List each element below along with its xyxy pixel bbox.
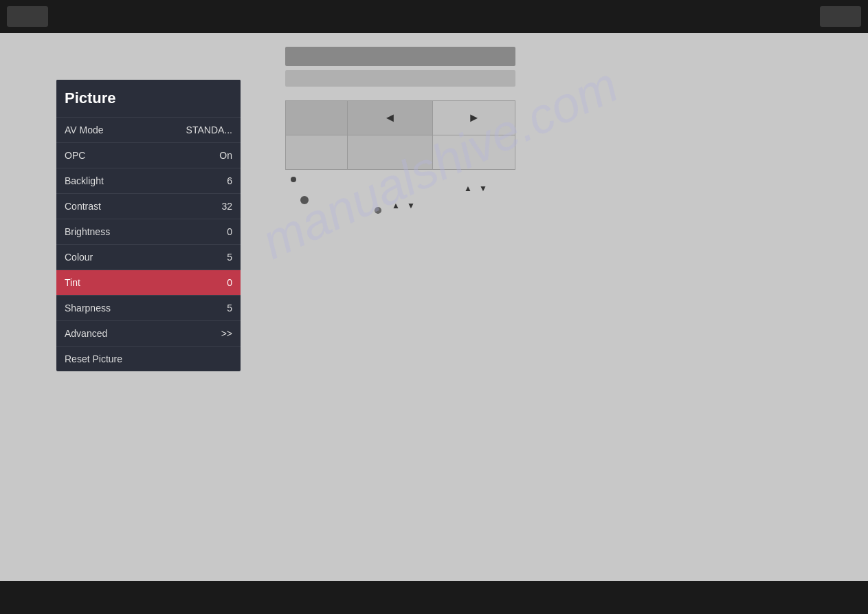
main-content: Picture AV Mode STANDA... OPC On Backlig… — [0, 33, 868, 581]
menu-item-tint[interactable]: Tint 0 — [56, 270, 241, 295]
up-down-arrows-top: ▲ ▼ — [464, 184, 487, 193]
nav-grid: ◄ ► — [285, 100, 515, 170]
menu-item-backlight[interactable]: Backlight 6 — [56, 168, 241, 193]
top-bar-right-button[interactable] — [820, 6, 861, 27]
menu-item-reset-picture[interactable]: Reset Picture — [56, 346, 241, 371]
menu-item-colour[interactable]: Colour 5 — [56, 244, 241, 270]
bottom-bar — [0, 581, 868, 614]
dot-1 — [291, 177, 296, 182]
right-arrow-cell[interactable]: ► — [433, 101, 515, 135]
remote-bar-light — [285, 70, 515, 87]
top-bar — [0, 0, 868, 33]
menu-item-contrast[interactable]: Contrast 32 — [56, 193, 241, 219]
left-arrow-cell[interactable]: ◄ — [347, 101, 433, 135]
menu-item-sharpness[interactable]: Sharpness 5 — [56, 295, 241, 320]
menu-item-opc[interactable]: OPC On — [56, 142, 241, 168]
dot-3 — [375, 207, 381, 214]
dot-2 — [300, 196, 309, 204]
remote-bar-dark — [285, 47, 515, 66]
menu-title: Picture — [56, 80, 241, 117]
menu-item-av-mode[interactable]: AV Mode STANDA... — [56, 117, 241, 142]
picture-menu: Picture AV Mode STANDA... OPC On Backlig… — [56, 80, 241, 371]
up-down-arrows-mid: ▲ ▼ — [392, 201, 415, 210]
remote-area: ◄ ► ▲ ▼ — [285, 47, 515, 232]
dots-area: ▲ ▼ ▲ ▼ — [285, 177, 515, 232]
menu-item-brightness[interactable]: Brightness 0 — [56, 219, 241, 244]
menu-item-advanced[interactable]: Advanced >> — [56, 320, 241, 346]
top-bar-left-button[interactable] — [7, 6, 48, 27]
